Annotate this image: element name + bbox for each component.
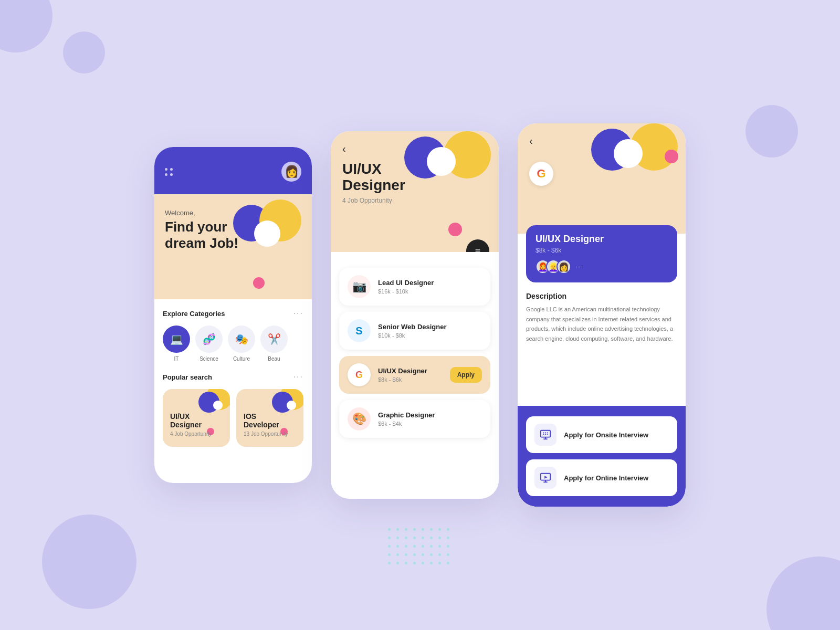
welcome-text: Welcome, (165, 209, 301, 217)
phone1-body: Explore Categories ··· 💻 IT 🧬 Science 🎭 … (154, 299, 312, 456)
graphic-info: Graphic Designer $6k - $4k (378, 411, 482, 427)
explore-section-header: Explore Categories ··· (163, 309, 303, 318)
phone3-hero: ‹ G (518, 123, 686, 234)
job-card-graphic[interactable]: 🎨 Graphic Designer $6k - $4k (339, 400, 490, 438)
beauty-label: Beau (268, 356, 280, 362)
phone-job-detail: ‹ G UI/UX Designer $8k - $6k 👩‍🦰 👱‍♀️ 👩 … (518, 123, 686, 507)
phone3-deco-pink (665, 150, 678, 163)
explore-more-dots[interactable]: ··· (293, 309, 303, 318)
popular-search-row: UI/UXDesigner 4 Job Opportunity IOSDevel… (163, 389, 303, 447)
phone-job-list: ‹ UI/UXDesigner 4 Job Opportunity ≡ 📷 Le… (331, 131, 499, 499)
user-avatar[interactable]: 👩 (281, 162, 301, 182)
senior-web-icon: S (348, 319, 371, 342)
uiux-google-icon: G (348, 363, 371, 386)
phone1-header: 👩 (154, 147, 312, 194)
beauty-icon: ✂️ (260, 326, 288, 353)
phones-container: 👩 Welcome, Find yourdream Job! Explore C… (154, 123, 686, 507)
it-icon: 💻 (163, 326, 190, 353)
graphic-icon: 🎨 (348, 407, 371, 430)
phone2-deco-pink (448, 223, 462, 236)
phone1-hero: Welcome, Find yourdream Job! (154, 194, 312, 299)
popular-section-header: Popular search ··· (163, 372, 303, 382)
menu-dots-grid (165, 168, 173, 176)
senior-web-salary: $10k - $8k (378, 332, 482, 339)
phone1-hero-text: Welcome, Find yourdream Job! (165, 209, 301, 251)
onsite-label: Apply for Onsite Interview (564, 431, 648, 439)
avatar-3: 👩 (556, 259, 571, 274)
dot-grid-decoration (388, 528, 452, 567)
senior-web-title: Senior Web Designer (378, 323, 482, 331)
phone3-job-card: UI/UX Designer $8k - $6k 👩‍🦰 👱‍♀️ 👩 ··· (526, 225, 677, 282)
senior-web-info: Senior Web Designer $10k - $8k (378, 323, 482, 339)
phone3-back-button[interactable]: ‹ (529, 135, 674, 147)
dot4 (170, 173, 173, 176)
onsite-interview-button[interactable]: Apply for Onsite Interview (526, 416, 677, 453)
category-beauty[interactable]: ✂️ Beau (260, 326, 288, 362)
category-science[interactable]: 🧬 Science (195, 326, 223, 362)
svg-rect-0 (541, 430, 550, 437)
card-uiux-title: UI/UXDesigner (170, 412, 223, 429)
science-label: Science (200, 356, 218, 362)
categories-row: 💻 IT 🧬 Science 🎭 Culture ✂️ Beau (163, 326, 303, 362)
phone3-job-title: UI/UX Designer (536, 234, 668, 245)
popular-card-ios[interactable]: IOSDeveloper 13 Job Opportunity (236, 389, 303, 447)
lead-ui-title: Lead UI Designer (378, 279, 482, 287)
card-ios-title: IOSDeveloper (244, 412, 296, 429)
phone2-body: 📷 Lead UI Designer $16k - $10k S Senior … (331, 252, 499, 499)
dot1 (165, 168, 167, 171)
dot3 (165, 173, 167, 176)
pop-deco-white (213, 401, 223, 410)
phone2-hero-text: UI/UXDesigner 4 Job Opportunity (342, 161, 487, 204)
phone3-body: Description Google LLC is an American mu… (518, 282, 686, 406)
explore-title: Explore Categories (163, 310, 225, 318)
bg-deco-circle-bottom-right (766, 556, 840, 630)
lead-ui-salary: $16k - $10k (378, 288, 482, 295)
popular-more-dots[interactable]: ··· (293, 372, 303, 382)
culture-label: Culture (233, 356, 250, 362)
online-icon (534, 467, 556, 489)
culture-icon: 🎭 (228, 326, 255, 353)
uiux-info: UI/UX Designer $8k - $6k (378, 367, 443, 383)
online-interview-button[interactable]: Apply for Online Interview (526, 459, 677, 496)
science-icon: 🧬 (195, 326, 223, 353)
uiux-title: UI/UX Designer (378, 367, 443, 375)
lead-ui-info: Lead UI Designer $16k - $10k (378, 279, 482, 295)
dot2 (170, 168, 173, 171)
job-card-senior-web[interactable]: S Senior Web Designer $10k - $8k (339, 312, 490, 350)
description-text: Google LLC is an American multinational … (526, 304, 677, 344)
phone2-hero: ‹ UI/UXDesigner 4 Job Opportunity ≡ (331, 131, 499, 252)
applicant-avatars: 👩‍🦰 👱‍♀️ 👩 ··· (536, 259, 668, 274)
category-culture[interactable]: 🎭 Culture (228, 326, 255, 362)
pop-deco-white2 (287, 401, 296, 410)
card-ios-sub: 13 Job Opportunity (244, 431, 296, 437)
phone2-back-button[interactable]: ‹ (342, 143, 487, 155)
apply-button[interactable]: Apply (450, 367, 482, 383)
uiux-salary: $8k - $6k (378, 376, 443, 383)
job-card-uiux[interactable]: G UI/UX Designer $8k - $6k Apply (339, 356, 490, 394)
filter-button[interactable]: ≡ (466, 239, 489, 252)
bg-deco-circle-bottom-left (42, 514, 136, 609)
description-title: Description (526, 292, 677, 300)
avatar-more: ··· (575, 263, 584, 270)
online-label: Apply for Online Interview (564, 474, 648, 482)
it-label: IT (174, 356, 179, 362)
card-uiux-sub: 4 Job Opportunity (170, 431, 223, 437)
headline-text: Find yourdream Job! (165, 219, 301, 251)
lead-ui-icon: 📷 (348, 275, 371, 298)
graphic-salary: $6k - $4k (378, 421, 482, 427)
phone-home: 👩 Welcome, Find yourdream Job! Explore C… (154, 147, 312, 483)
phone3-job-salary: $8k - $6k (536, 247, 668, 254)
bg-deco-circle-right-mid (746, 105, 798, 158)
category-it[interactable]: 💻 IT (163, 326, 190, 362)
popular-card-uiux[interactable]: UI/UXDesigner 4 Job Opportunity (163, 389, 230, 447)
graphic-title: Graphic Designer (378, 411, 482, 419)
svg-marker-2 (544, 476, 548, 479)
bg-deco-circle-top-left (0, 0, 52, 52)
google-logo: G (529, 162, 553, 186)
phone3-bottom: Apply for Onsite Interview Apply for Onl… (518, 406, 686, 507)
popular-title: Popular search (163, 373, 212, 381)
job-card-lead-ui[interactable]: 📷 Lead UI Designer $16k - $10k (339, 268, 490, 306)
hero-deco-pink (253, 277, 265, 289)
phone2-job-count: 4 Job Opportunity (342, 197, 487, 204)
phone2-job-category: UI/UXDesigner (342, 161, 487, 194)
